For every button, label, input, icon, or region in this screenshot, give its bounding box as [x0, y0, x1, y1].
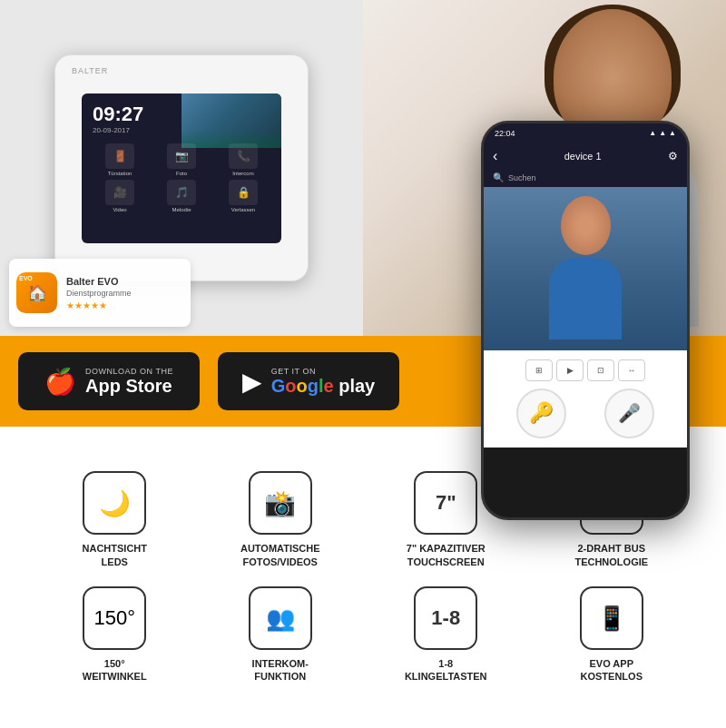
app-store-badge[interactable]: 🍎 Download on the App Store	[18, 352, 200, 410]
brand-label: BALTER	[72, 66, 108, 75]
phone-container: 22:04 ▲▲▲ ‹ device 1 ⚙ 🔍 Suchen	[490, 339, 708, 425]
feature-app: 📱 EVO APPKOSTENLOS	[534, 586, 691, 684]
nachtsicht-icon-box: 🌙	[83, 471, 146, 535]
one-eight-icon: 1-8	[431, 606, 460, 630]
phone-action-row: 🔑 🎤	[497, 389, 673, 438]
klingel-label: 1-8KLINGELTASTEN	[405, 657, 487, 684]
phone-tab-row: ⊞ ▶ ⊡ ↔	[497, 359, 673, 381]
screen-icon-verlassen: 🔒 Verlassen	[214, 180, 272, 212]
app-info: Balter EVO Dienstprogramme ★★★★★	[66, 276, 183, 310]
phone-time: 22:04	[495, 129, 515, 138]
phone-mockup: 22:04 ▲▲▲ ‹ device 1 ⚙ 🔍 Suchen	[481, 121, 690, 520]
screen-icons-grid: 🚪 Türstation 📷 Foto 📞 Intercom 🎥 Video	[91, 143, 272, 212]
phone-search-label: 🔍	[493, 172, 504, 182]
bus-label: 2-DRAHT BUSTECHNOLOGIE	[574, 542, 648, 568]
feature-fotos: 📸 AUTOMATISCHEFOTOS/VIDEOS	[202, 471, 359, 568]
phone-status-bar: 22:04 ▲▲▲	[484, 123, 687, 143]
app-icon: EVO 🏠	[16, 272, 57, 313]
google-badge-text: GET IT ON Google play	[271, 367, 375, 396]
person-in-feed	[544, 196, 626, 341]
app-badge-area[interactable]: EVO 🏠 Balter EVO Dienstprogramme ★★★★★	[9, 259, 191, 327]
phone-status-icons: ▲▲▲	[649, 129, 676, 137]
phone-device-name: device 1	[564, 151, 602, 162]
fotos-label: AUTOMATISCHEFOTOS/VIDEOS	[240, 542, 320, 568]
interkom-icon-box: 👥	[249, 586, 312, 650]
seven-inch-icon: 7"	[436, 491, 456, 515]
phone-header: ‹ device 1 ⚙	[484, 143, 687, 169]
weitwinkel-label: 150°WEITWINKEL	[83, 657, 147, 684]
apple-badge-large: App Store	[85, 376, 173, 396]
apple-badge-small: Download on the	[85, 367, 173, 376]
fotos-icon-box: 📸	[249, 471, 312, 535]
google-play-icon: ▶	[242, 367, 262, 397]
person-head	[561, 196, 611, 255]
feature-nachtsicht: 🌙 NACHTSICHTLEDs	[36, 471, 193, 568]
orange-section: 🍎 Download on the App Store ▶ GET IT ON …	[0, 336, 726, 427]
feature-weitwinkel: 150° 150°WEITWINKEL	[36, 586, 193, 684]
phone-gear-icon[interactable]: ⚙	[668, 150, 678, 162]
apple-badge-text: Download on the App Store	[85, 367, 173, 396]
app-icon-box: 📱	[580, 586, 643, 650]
screen-landscape-image	[182, 93, 281, 148]
phone-tab-1[interactable]: ⊞	[525, 359, 553, 381]
phone-tab-4[interactable]: ↔	[618, 359, 645, 381]
feature-interkom: 👥 INTERKOM-FUNKTION	[202, 586, 359, 684]
screen-icon-foto: 📷 Foto	[152, 143, 211, 176]
phone-tab-2[interactable]: ▶	[556, 359, 584, 381]
screen-icon-video: 🎥 Video	[91, 180, 149, 212]
screen-date: 20-09-2017	[93, 126, 130, 134]
left-panel: BALTER 09:27 20-09-2017 🚪 Türstation 📷 F…	[0, 0, 363, 336]
weitwinkel-icon-box: 150°	[83, 586, 146, 650]
feature-klingel: 1-8 1-8KLINGELTASTEN	[368, 586, 525, 684]
interkom-label: INTERKOM-FUNKTION	[252, 657, 309, 684]
google-play-badge[interactable]: ▶ GET IT ON Google play	[218, 352, 399, 410]
moon-stars-icon: 🌙	[99, 488, 131, 518]
person-body	[549, 258, 622, 339]
smartphone-icon: 📱	[597, 605, 626, 633]
screen-time: 09:27	[93, 103, 143, 126]
app-stars: ★★★★★	[66, 300, 183, 310]
klingel-icon-box: 1-8	[414, 586, 477, 650]
touchscreen-icon-box: 7"	[414, 471, 477, 535]
phone-controls: ⊞ ▶ ⊡ ↔ 🔑 🎤	[484, 350, 687, 448]
google-badge-small: GET IT ON	[271, 367, 375, 376]
screen-icon-turstation: 🚪 Türstation	[91, 143, 149, 176]
app-subtitle: Dienstprogramme	[66, 289, 183, 298]
camera-icon: 📸	[264, 488, 296, 518]
google-badge-large: Google play	[271, 376, 375, 396]
intercom-device: BALTER 09:27 20-09-2017 🚪 Türstation 📷 F…	[54, 54, 309, 281]
screen-icon-intercom: 📞 Intercom	[214, 143, 272, 176]
phone-search-text[interactable]: Suchen	[508, 173, 536, 182]
nachtsicht-label: NACHTSICHTLEDs	[83, 542, 148, 568]
device-screen: 09:27 20-09-2017 🚪 Türstation 📷 Foto 📞 I…	[82, 93, 281, 243]
apple-icon: 🍎	[44, 367, 76, 397]
phone-tab-3[interactable]: ⊡	[587, 359, 614, 381]
phone-back-icon: ‹	[493, 148, 497, 164]
app-name: Balter EVO	[66, 276, 183, 287]
touchscreen-label: 7" KAPAZITIVERTOUCHSCREEN	[407, 542, 486, 568]
phone-video-feed	[484, 187, 687, 350]
intercom-icon: 👥	[266, 605, 295, 633]
phone-mic-button[interactable]: 🎤	[604, 389, 654, 438]
screen-icon-melodie: 🎵 Melodie	[152, 180, 211, 212]
app-label: EVO APPKOSTENLOS	[581, 657, 643, 684]
wide-angle-icon: 150°	[93, 606, 135, 630]
phone-key-button[interactable]: 🔑	[516, 389, 566, 438]
